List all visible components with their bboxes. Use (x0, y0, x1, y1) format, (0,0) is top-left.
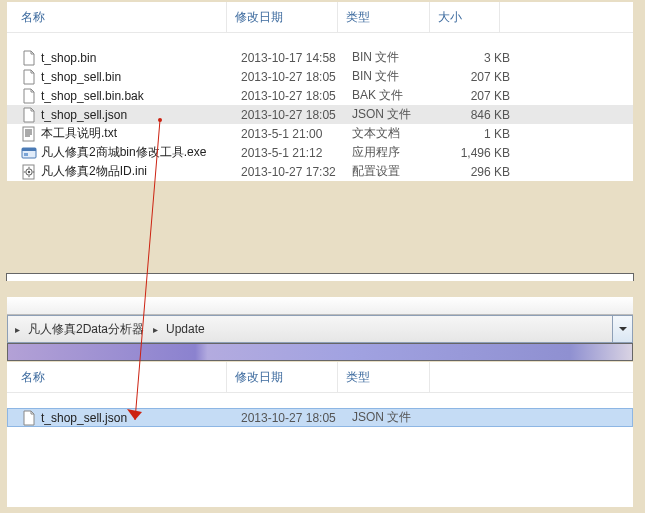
file-name: 凡人修真2物品ID.ini (41, 163, 241, 180)
column-header-row: 名称 修改日期 类型 (7, 362, 633, 393)
file-type: 应用程序 (352, 144, 444, 161)
file-size: 3 KB (444, 51, 514, 65)
exe-icon (21, 145, 37, 161)
file-date: 2013-5-1 21:12 (241, 146, 352, 160)
file-date: 2013-5-1 21:00 (241, 127, 352, 141)
file-row[interactable]: 凡人修真2商城bin修改工具.exe2013-5-1 21:12应用程序1,49… (7, 143, 633, 162)
file-name: 本工具说明.txt (41, 125, 241, 142)
file-date: 2013-10-27 18:05 (241, 411, 352, 425)
file-icon (21, 410, 37, 426)
bottom-file-list: 名称 修改日期 类型 t_shop_sell.json2013-10-27 18… (7, 362, 633, 427)
column-header-date[interactable]: 修改日期 (227, 362, 338, 393)
file-type: 文本文档 (352, 125, 444, 142)
file-type: BIN 文件 (352, 68, 444, 85)
file-row[interactable]: 凡人修真2物品ID.ini2013-10-27 17:32配置设置296 KB (7, 162, 633, 181)
ini-icon (21, 164, 37, 180)
column-header-date[interactable]: 修改日期 (227, 2, 338, 33)
column-header-type[interactable]: 类型 (338, 2, 430, 33)
file-icon (21, 88, 37, 104)
top-file-explorer: 名称 修改日期 类型 大小 t_shop.bin2013-10-17 14:58… (7, 2, 633, 181)
toolbar-bar (7, 343, 633, 361)
column-header-row: 名称 修改日期 类型 大小 (7, 2, 633, 33)
file-name: t_shop_sell.bin.bak (41, 89, 241, 103)
file-name: t_shop_sell.bin (41, 70, 241, 84)
file-name: t_shop_sell.json (41, 108, 241, 122)
file-size: 1,496 KB (444, 146, 514, 160)
breadcrumb-segment-1[interactable]: 凡人修真2Data分析器 (26, 316, 146, 342)
file-date: 2013-10-27 17:32 (241, 165, 352, 179)
file-size: 207 KB (444, 89, 514, 103)
column-header-filler (430, 362, 633, 393)
file-icon (21, 107, 37, 123)
file-type: BAK 文件 (352, 87, 444, 104)
file-type: 配置设置 (352, 163, 444, 180)
file-date: 2013-10-27 18:05 (241, 108, 352, 122)
file-row[interactable]: t_shop.bin2013-10-17 14:58BIN 文件3 KB (7, 48, 633, 67)
file-type: BIN 文件 (352, 49, 444, 66)
file-type: JSON 文件 (352, 409, 444, 426)
column-header-name[interactable]: 名称 (7, 2, 227, 33)
column-header-filler (500, 2, 633, 33)
file-date: 2013-10-27 18:05 (241, 70, 352, 84)
file-row[interactable]: t_shop_sell.json2013-10-27 18:05JSON 文件 (7, 408, 633, 427)
top-file-list: 名称 修改日期 类型 大小 t_shop.bin2013-10-17 14:58… (7, 2, 633, 181)
file-size: 1 KB (444, 127, 514, 141)
svg-rect-7 (24, 153, 28, 156)
panel-divider-top (6, 273, 634, 281)
file-size: 207 KB (444, 70, 514, 84)
breadcrumb-segment-2[interactable]: Update (164, 316, 207, 342)
file-date: 2013-10-27 18:05 (241, 89, 352, 103)
svg-point-10 (28, 170, 30, 172)
file-size: 846 KB (444, 108, 514, 122)
file-row[interactable]: t_shop_sell.bin2013-10-27 18:05BIN 文件207… (7, 67, 633, 86)
breadcrumb-dropdown-icon[interactable] (612, 316, 632, 342)
bottom-file-explorer: 名称 修改日期 类型 t_shop_sell.json2013-10-27 18… (7, 362, 633, 507)
file-row[interactable]: t_shop_sell.bin.bak2013-10-27 18:05BAK 文… (7, 86, 633, 105)
column-header-size[interactable]: 大小 (430, 2, 500, 33)
column-header-name[interactable]: 名称 (7, 362, 227, 393)
file-date: 2013-10-17 14:58 (241, 51, 352, 65)
breadcrumb-bar[interactable]: ▸ 凡人修真2Data分析器 ▸ Update (7, 315, 633, 343)
file-type: JSON 文件 (352, 106, 444, 123)
txt-icon (21, 126, 37, 142)
breadcrumb-chevron-icon[interactable]: ▸ (146, 324, 164, 335)
file-row[interactable]: t_shop_sell.json2013-10-27 18:05JSON 文件8… (7, 105, 633, 124)
file-row[interactable]: 本工具说明.txt2013-5-1 21:00文本文档1 KB (7, 124, 633, 143)
middle-panel: ▸ 凡人修真2Data分析器 ▸ Update (7, 297, 633, 361)
file-size: 296 KB (444, 165, 514, 179)
file-icon (21, 50, 37, 66)
breadcrumb-back-chevron-icon[interactable]: ▸ (8, 324, 26, 335)
column-header-type[interactable]: 类型 (338, 362, 430, 393)
file-name: 凡人修真2商城bin修改工具.exe (41, 144, 241, 161)
svg-rect-6 (22, 148, 36, 151)
file-name: t_shop.bin (41, 51, 241, 65)
file-name: t_shop_sell.json (41, 411, 241, 425)
file-icon (21, 69, 37, 85)
